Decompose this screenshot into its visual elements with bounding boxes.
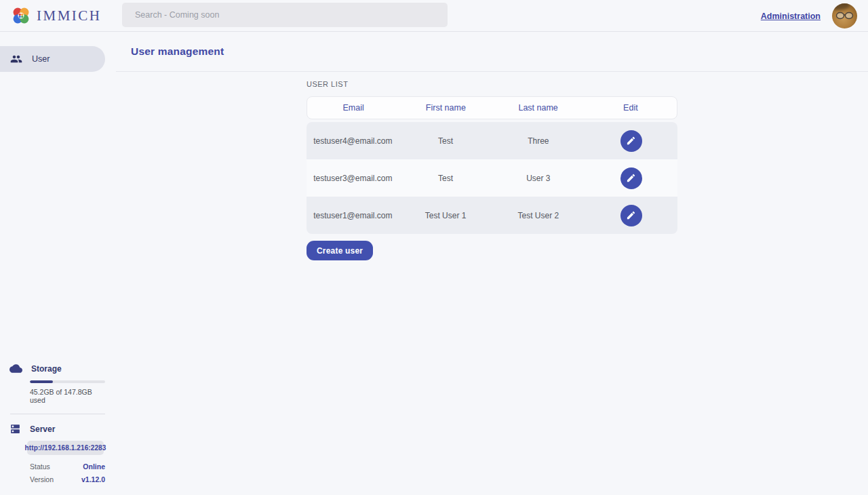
- server-icon: [9, 423, 21, 435]
- server-section-header: Server: [0, 423, 105, 435]
- administration-link[interactable]: Administration: [761, 12, 821, 21]
- cell-first-name: Test User 1: [399, 211, 492, 220]
- user-avatar[interactable]: [832, 3, 857, 28]
- users-icon: [10, 53, 22, 65]
- cell-email: testuser1@email.com: [307, 211, 399, 220]
- brand-wordmark: IMMICH: [37, 7, 102, 24]
- table-row: testuser4@email.com Test Three: [307, 122, 677, 159]
- page-title: User management: [131, 45, 224, 58]
- server-title: Server: [30, 424, 55, 434]
- sidebar-item-label: User: [32, 54, 50, 64]
- version-value: v1.12.0: [81, 475, 105, 483]
- storage-title: Storage: [31, 364, 62, 374]
- server-url: http://192.168.1.216:2283: [27, 441, 104, 455]
- storage-progress-bar: [30, 380, 105, 383]
- title-bar: User management: [116, 32, 868, 72]
- edit-user-button[interactable]: [620, 167, 642, 189]
- storage-usage-text: 45.2GB of 147.8GB used: [30, 388, 105, 404]
- column-header-edit: Edit: [585, 103, 677, 113]
- search-input[interactable]: [122, 3, 448, 27]
- cell-first-name: Test: [399, 174, 492, 183]
- storage-progress-fill: [30, 380, 53, 383]
- table-row: testuser3@email.com Test User 3: [307, 159, 677, 197]
- main-content: User management USER LIST Email First na…: [116, 32, 868, 495]
- create-user-button[interactable]: Create user: [307, 241, 373, 260]
- server-status-row: Status Online: [30, 462, 105, 471]
- status-label: Status: [30, 462, 50, 471]
- server-version-row: Version v1.12.0: [30, 475, 105, 483]
- column-header-last-name: Last name: [492, 103, 585, 113]
- cell-last-name: Three: [492, 136, 585, 146]
- table-header: Email First name Last name Edit: [307, 96, 677, 119]
- cell-first-name: Test: [399, 136, 492, 146]
- edit-user-button[interactable]: [620, 205, 642, 226]
- storage-section-header: Storage: [0, 362, 105, 375]
- sidebar-divider: [10, 414, 105, 414]
- cloud-icon: [9, 362, 22, 375]
- cell-email: testuser4@email.com: [307, 136, 399, 146]
- sidebar: User Storage 45.2GB of 147.8GB used Serv…: [0, 32, 105, 495]
- user-table: testuser4@email.com Test Three testuser3…: [307, 122, 677, 234]
- sidebar-item-user[interactable]: User: [0, 46, 105, 72]
- sidebar-footer: Storage 45.2GB of 147.8GB used Server ht…: [0, 362, 105, 483]
- app-header: IMMICH Administration: [0, 0, 868, 32]
- glasses-photo-detail: [835, 12, 854, 20]
- column-header-first-name: First name: [399, 103, 492, 113]
- edit-user-button[interactable]: [620, 130, 642, 152]
- table-row: testuser1@email.com Test User 1 Test Use…: [307, 197, 677, 234]
- edit-pencil-icon: [626, 173, 636, 183]
- cell-email: testuser3@email.com: [307, 174, 399, 183]
- cell-last-name: Test User 2: [492, 211, 585, 220]
- user-list-label: USER LIST: [307, 80, 677, 88]
- immich-flower-icon: [12, 6, 31, 25]
- edit-pencil-icon: [626, 210, 636, 220]
- cell-last-name: User 3: [492, 174, 585, 183]
- status-value: Online: [83, 462, 105, 471]
- column-header-email: Email: [307, 103, 399, 113]
- version-label: Version: [30, 475, 54, 483]
- edit-pencil-icon: [626, 136, 636, 146]
- brand-logo[interactable]: IMMICH: [0, 6, 122, 25]
